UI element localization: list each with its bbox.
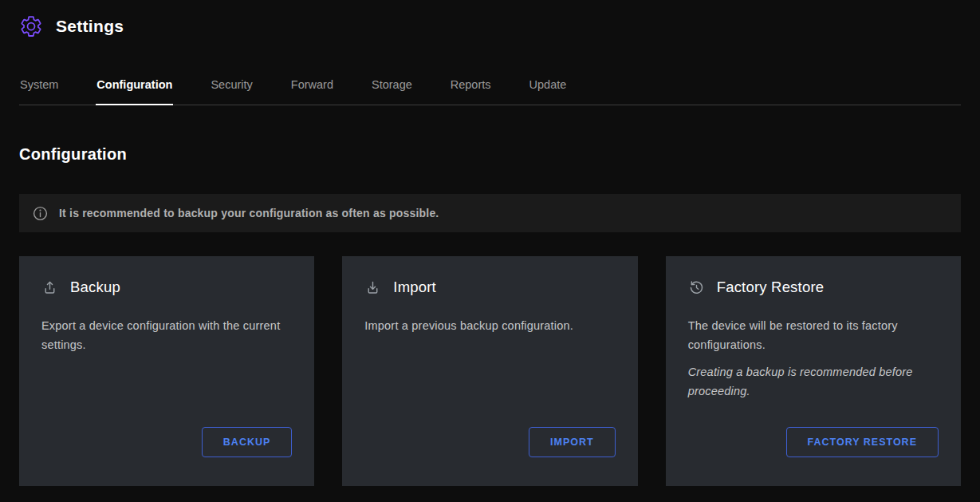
header: Settings	[19, 13, 961, 40]
backup-upload-icon	[41, 279, 58, 296]
factory-restore-icon	[688, 279, 705, 296]
import-card-description: Import a previous backup configuration.	[364, 317, 615, 336]
info-icon	[32, 205, 49, 222]
import-card-actions: IMPORT	[364, 427, 615, 457]
info-banner-text: It is recommended to backup your configu…	[59, 207, 439, 219]
backup-card-header: Backup	[41, 279, 292, 296]
factory-restore-button[interactable]: FACTORY RESTORE	[786, 427, 939, 457]
card-row: Backup Export a device configuration wit…	[19, 256, 961, 486]
import-button[interactable]: IMPORT	[529, 427, 616, 457]
tab-system[interactable]: System	[19, 75, 59, 105]
import-download-icon	[364, 279, 381, 296]
tab-storage[interactable]: Storage	[371, 75, 413, 105]
settings-page: Settings System Configuration Security F…	[0, 0, 980, 502]
factory-restore-card-header: Factory Restore	[688, 279, 939, 296]
factory-restore-card-note: Creating a backup is recommended before …	[688, 363, 939, 401]
factory-restore-card: Factory Restore The device will be resto…	[666, 256, 961, 486]
backup-card: Backup Export a device configuration wit…	[19, 256, 314, 486]
tab-configuration[interactable]: Configuration	[96, 75, 173, 105]
tab-reports[interactable]: Reports	[450, 75, 492, 105]
backup-button[interactable]: BACKUP	[202, 427, 292, 457]
backup-card-description: Export a device configuration with the c…	[41, 317, 292, 355]
factory-restore-card-title: Factory Restore	[717, 279, 825, 296]
settings-gear-icon	[19, 14, 43, 38]
tab-update[interactable]: Update	[529, 75, 568, 105]
backup-card-actions: BACKUP	[41, 427, 292, 457]
tab-bar: System Configuration Security Forward St…	[19, 75, 961, 105]
backup-card-title: Backup	[70, 279, 120, 296]
app-title: Settings	[56, 17, 124, 36]
tab-forward[interactable]: Forward	[290, 75, 334, 105]
factory-restore-card-description: The device will be restored to its facto…	[688, 317, 939, 355]
factory-restore-card-actions: FACTORY RESTORE	[688, 427, 939, 457]
import-card: Import Import a previous backup configur…	[342, 256, 637, 486]
info-banner: It is recommended to backup your configu…	[19, 194, 961, 232]
tab-security[interactable]: Security	[210, 75, 253, 105]
import-card-title: Import	[393, 279, 436, 296]
import-card-header: Import	[364, 279, 615, 296]
page-title: Configuration	[19, 145, 961, 164]
